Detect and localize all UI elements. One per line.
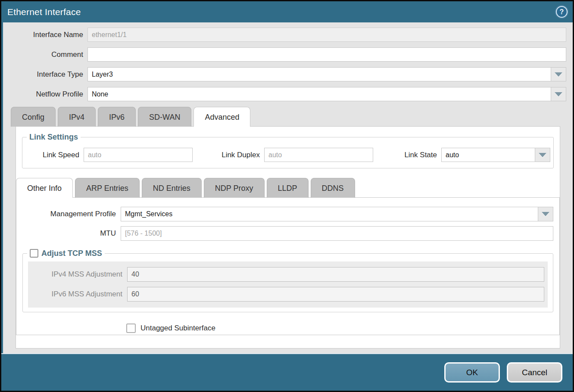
tab-nd-entries[interactable]: ND Entries (142, 178, 202, 198)
interface-type-label: Interface Type (3, 70, 87, 79)
link-speed-field[interactable] (84, 148, 193, 162)
link-duplex-label: Link Duplex (193, 151, 264, 159)
advanced-tab-panel: Link Settings Link Speed Link Duplex Lin… (16, 126, 560, 348)
mtu-row: MTU (16, 226, 559, 241)
mtu-field[interactable] (121, 226, 553, 241)
untagged-subinterface-label: Untagged Subinterface (140, 324, 215, 333)
ipv4-mss-row: IPv4 MSS Adjustment (28, 267, 548, 282)
ipv4-mss-field (127, 267, 544, 282)
management-profile-select[interactable] (121, 207, 553, 221)
other-info-panel: Management Profile MTU (16, 197, 560, 335)
ethernet-interface-dialog: Ethernet Interface ? Interface Name Comm… (0, 0, 574, 392)
mss-panel: IPv4 MSS Adjustment IPv6 MSS Adjustment (28, 261, 548, 308)
mtu-label: MTU (16, 229, 121, 238)
chevron-down-icon (555, 92, 562, 96)
tab-ipv4[interactable]: IPv4 (58, 107, 96, 127)
interface-type-dropdown-button[interactable] (551, 67, 566, 81)
adjust-tcp-mss-label: Adjust TCP MSS (41, 249, 102, 258)
main-tab-bar: Config IPv4 IPv6 SD-WAN Advanced (11, 107, 573, 127)
untagged-subinterface-row: Untagged Subinterface (126, 324, 559, 333)
ipv6-mss-label: IPv6 MSS Adjustment (28, 290, 127, 299)
comment-field[interactable] (87, 47, 566, 62)
untagged-subinterface-checkbox[interactable] (126, 324, 136, 333)
other-info-tab-bar: Other Info ARP Entries ND Entries NDP Pr… (16, 178, 560, 198)
ipv4-mss-label: IPv4 MSS Adjustment (28, 270, 127, 279)
tab-config[interactable]: Config (11, 107, 56, 127)
link-state-select[interactable] (441, 148, 550, 162)
link-settings-legend: Link Settings (27, 133, 81, 142)
title-bar: Ethernet Interface ? (1, 1, 573, 22)
interface-type-row: Interface Type (3, 67, 573, 81)
link-state-label: Link State (373, 151, 441, 159)
netflow-profile-select[interactable] (87, 87, 566, 101)
cancel-button[interactable]: Cancel (507, 362, 562, 383)
interface-name-row: Interface Name (3, 28, 573, 42)
netflow-profile-value[interactable] (87, 87, 551, 101)
tab-lldp[interactable]: LLDP (267, 178, 309, 198)
link-state-value[interactable] (441, 148, 535, 162)
chevron-down-icon (555, 72, 562, 77)
tab-advanced[interactable]: Advanced (193, 107, 250, 127)
management-profile-value[interactable] (121, 207, 538, 221)
management-profile-row: Management Profile (16, 207, 559, 221)
management-profile-label: Management Profile (16, 210, 121, 218)
chevron-down-icon (542, 212, 549, 216)
interface-type-value[interactable] (87, 67, 551, 81)
dialog-footer: OK Cancel (1, 353, 573, 391)
tab-ipv6[interactable]: IPv6 (98, 107, 136, 127)
dialog-title: Ethernet Interface (7, 7, 556, 17)
tab-ndp-proxy[interactable]: NDP Proxy (204, 178, 265, 198)
interface-name-label: Interface Name (3, 31, 87, 39)
ok-button[interactable]: OK (444, 362, 500, 383)
interface-name-field (87, 28, 566, 42)
netflow-profile-dropdown-button[interactable] (551, 87, 566, 101)
link-settings-fieldset: Link Settings Link Speed Link Duplex Lin… (22, 133, 554, 168)
tab-sd-wan[interactable]: SD-WAN (138, 107, 191, 127)
comment-label: Comment (3, 50, 87, 59)
dialog-body: Interface Name Comment Interface Type (3, 22, 573, 353)
tab-arp-entries[interactable]: ARP Entries (75, 178, 140, 198)
tab-ddns[interactable]: DDNS (311, 178, 355, 198)
adjust-tcp-mss-checkbox[interactable] (30, 249, 38, 258)
link-speed-label: Link Speed (22, 151, 84, 159)
netflow-profile-label: Netflow Profile (3, 90, 87, 99)
ipv6-mss-row: IPv6 MSS Adjustment (28, 287, 548, 302)
link-duplex-field[interactable] (264, 148, 373, 162)
interface-type-select[interactable] (87, 67, 566, 81)
tab-other-info[interactable]: Other Info (16, 178, 73, 198)
link-state-dropdown-button[interactable] (535, 148, 550, 162)
ipv6-mss-field (127, 287, 544, 302)
netflow-profile-row: Netflow Profile (3, 87, 573, 101)
comment-row: Comment (3, 47, 573, 62)
adjust-tcp-mss-fieldset: Adjust TCP MSS IPv4 MSS Adjustment IPv6 … (22, 249, 553, 312)
help-icon[interactable]: ? (556, 6, 568, 18)
chevron-down-icon (539, 153, 546, 157)
management-profile-dropdown-button[interactable] (538, 207, 553, 221)
adjust-tcp-mss-legend: Adjust TCP MSS (27, 249, 105, 258)
